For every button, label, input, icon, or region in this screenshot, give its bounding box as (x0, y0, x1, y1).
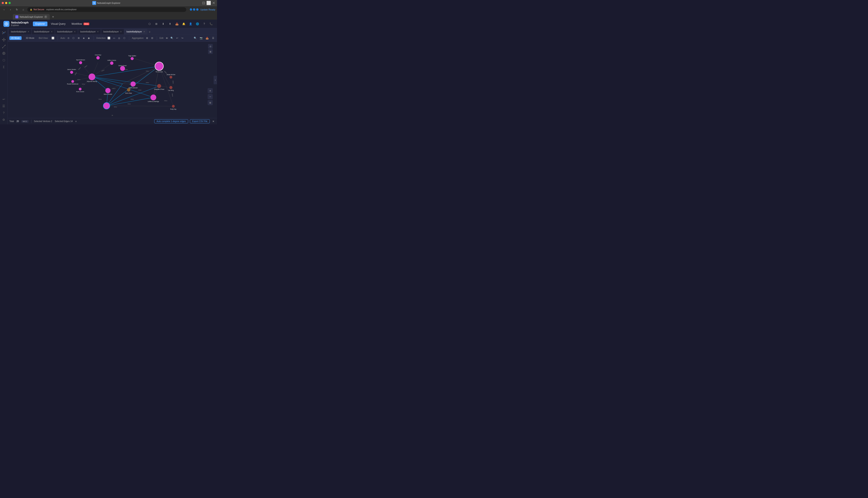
svg-point-7 (2, 33, 3, 34)
list-btn[interactable]: ☰ (211, 36, 215, 40)
auto-btn-3[interactable]: ⊞ (76, 36, 81, 40)
bird-view-toggle[interactable]: ⬜ (51, 36, 55, 40)
redo-btn[interactable]: ↪ (180, 36, 184, 40)
export-csv-button[interactable]: Export CSV File (190, 119, 210, 123)
wcc-badge[interactable]: WCC (21, 120, 29, 123)
address-input[interactable]: 🔒 Not Secure explorer.vesoft-inc.com/exp… (27, 7, 186, 12)
svg-text:Yao Ming: Yao Ming (168, 90, 174, 91)
sidebar-item-history[interactable]: ↩ (1, 96, 7, 102)
graph-tab-3[interactable]: basketballplayer ✕ (55, 29, 78, 34)
edit-btn-1[interactable]: 👁 (165, 36, 169, 40)
auto-btn-2[interactable]: ⬡ (71, 36, 76, 40)
svg-text:Russell Westbrook: Russell Westbrook (67, 83, 79, 85)
svg-point-12 (2, 39, 3, 40)
download-icon[interactable]: ⬇ (161, 21, 166, 26)
reload-button[interactable]: ↻ (14, 7, 19, 12)
auto-btn-4[interactable]: ◈ (81, 36, 86, 40)
sidebar-item-path[interactable] (1, 43, 7, 50)
close-window-button[interactable] (2, 2, 4, 4)
tab-close-button[interactable]: ✕ (44, 15, 47, 18)
home-button[interactable]: ⌂ (21, 7, 26, 12)
auto-btn-5[interactable]: ◉ (87, 36, 91, 40)
svg-text:Kevin Durant: Kevin Durant (76, 91, 84, 92)
layout-icon[interactable]: ⊞ (154, 21, 159, 26)
selected-chevron[interactable]: ∧ (75, 120, 77, 122)
help-icon[interactable]: ? (202, 21, 207, 26)
auto-btn-1[interactable]: ⊙ (66, 36, 71, 40)
maximize-window-button[interactable] (9, 2, 11, 4)
sidebar-item-filter[interactable] (1, 50, 7, 56)
settings-icon[interactable]: 📞 (208, 21, 214, 26)
undo-btn[interactable]: ↩ (175, 36, 179, 40)
sidebar-item-list[interactable]: ☰ (1, 103, 7, 109)
graph-tab-6[interactable]: basketballplayer ✕ (124, 29, 147, 34)
svg-point-85 (151, 94, 156, 100)
export-icon[interactable]: 📤 (174, 21, 179, 26)
graph-tabs: basketballplayer ✕ basketballplayer ✕ ba… (8, 28, 217, 35)
graph-tab-5[interactable]: basketballplayer ✕ (101, 29, 124, 34)
forward-button[interactable]: › (8, 7, 13, 12)
status-right: Auto complete 1-degree edges Export CSV … (154, 119, 215, 123)
sidebar-item-shape[interactable]: ⬡ (1, 57, 7, 63)
sidebar-item-settings[interactable]: ⚙ (1, 117, 7, 123)
svg-point-6 (5, 31, 5, 32)
sidebar-item-explore[interactable] (1, 37, 7, 43)
agg-btn-2[interactable]: ⊟ (150, 36, 154, 40)
3d-mode-button[interactable]: 3D Mode (24, 36, 36, 40)
detection-btn-4[interactable]: ⬡ (122, 36, 126, 40)
node-layout-btn[interactable]: ⊙ (208, 44, 213, 49)
nav-tab-workflow[interactable]: Workflow Beta (69, 22, 92, 26)
graph-canvas[interactable]: follow follow follow follow follow follo… (8, 42, 217, 118)
search-btn[interactable]: 🔍 (193, 36, 197, 40)
sep-status (31, 120, 31, 123)
update-ready-label[interactable]: Update Ready (200, 8, 215, 11)
tab-3-close[interactable]: ✕ (74, 30, 76, 33)
detection-btn-3[interactable]: ◎ (117, 36, 121, 40)
sidebar-item-sigma[interactable]: Σ (1, 64, 7, 70)
toolbar: 2D Mode 3D Mode Bird View: ⬜ Auto: ⊙ ⬡ ⊞… (8, 35, 217, 42)
minimize-window-button[interactable] (5, 2, 7, 4)
zoom-in-button[interactable]: + (208, 88, 213, 93)
tab-1-close[interactable]: ✕ (27, 30, 29, 33)
detection-btn-1[interactable]: ⬜ (107, 36, 111, 40)
zoom-out-button[interactable]: − (208, 94, 213, 99)
nav-tab-visual-query[interactable]: Visual Query (48, 22, 68, 26)
globe-icon[interactable]: 🌐 (195, 21, 200, 26)
user-icon[interactable]: 👤 (188, 21, 193, 26)
fit-view-btn[interactable]: ⊞ (208, 49, 213, 54)
tab-5-close[interactable]: ✕ (120, 30, 122, 33)
svg-point-79 (89, 74, 95, 80)
agg-btn-1[interactable]: ⊞ (145, 36, 149, 40)
alert-icon[interactable]: 🔔 (181, 21, 186, 26)
nav-tab-explorer[interactable]: Explorer (33, 22, 48, 26)
add-tab-button[interactable]: + (148, 30, 152, 34)
status-close-button[interactable]: ✕ (212, 119, 215, 123)
svg-point-20 (2, 47, 3, 48)
import-icon[interactable]: ⬆ (167, 21, 173, 26)
camera-btn[interactable]: 📷 (199, 36, 203, 40)
sidebar-item-graph[interactable] (1, 30, 7, 36)
svg-text:follow: follow (77, 79, 80, 80)
node-tool-icon[interactable]: ⬡ (147, 21, 152, 26)
auto-complete-button[interactable]: Auto complete 1-degree edges (154, 119, 188, 123)
active-browser-tab[interactable]: NebulaGraph Explorer ✕ (13, 14, 50, 19)
edit-btn-2[interactable]: 🔍 (170, 36, 174, 40)
back-button[interactable]: ‹ (2, 7, 7, 12)
tab-2-close[interactable]: ✕ (51, 30, 53, 33)
aggregation-group: Aggregation: ⊞ ⊟ (132, 36, 154, 40)
2d-mode-button[interactable]: 2D Mode (9, 36, 22, 40)
graph-tab-1[interactable]: basketballplayer ✕ (9, 29, 31, 34)
sep-3 (129, 36, 129, 40)
right-panel-toggle[interactable]: ‹ (214, 76, 217, 84)
detection-btn-2[interactable]: ▭ (112, 36, 116, 40)
tab-6-close[interactable]: ✕ (143, 30, 145, 33)
share-btn[interactable]: 📤 (205, 36, 209, 40)
graph-tab-2[interactable]: basketballplayer ✕ (31, 29, 55, 34)
graph-tab-4[interactable]: basketballplayer ✕ (78, 29, 101, 34)
zoom-reset-button[interactable]: ⊞ (208, 100, 213, 105)
svg-text:follow: follow (138, 89, 141, 91)
svg-point-21 (5, 45, 5, 45)
new-tab-button[interactable]: + (50, 14, 56, 19)
tab-4-close[interactable]: ✕ (97, 30, 99, 33)
sidebar-item-help[interactable]: ? (1, 110, 7, 116)
